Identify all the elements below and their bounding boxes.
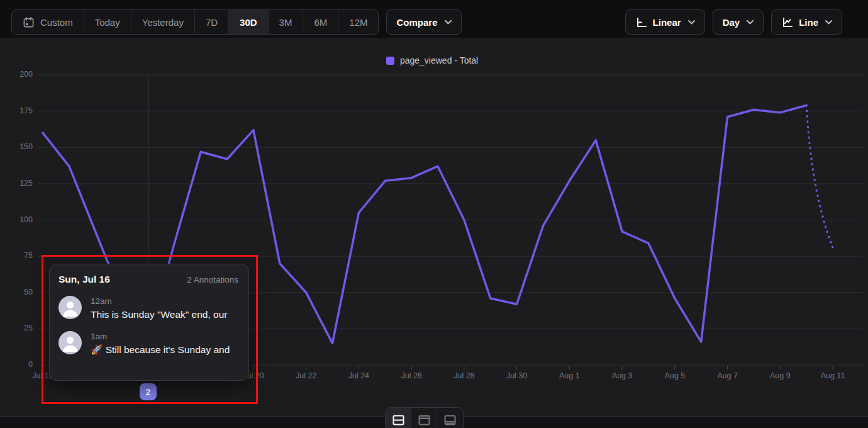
legend-label: page_viewed - Total — [400, 55, 478, 65]
annotation-marker-badge[interactable]: 2 — [140, 383, 157, 400]
x-axis-tick-label: Jul 28 — [453, 371, 474, 380]
y-axis-tick-label: 25 — [6, 324, 33, 332]
layout-option-split-view[interactable] — [386, 408, 411, 428]
y-axis-tick-label: 0 — [6, 360, 33, 369]
annotation-time: 1am — [91, 332, 238, 341]
annotation-tooltip-header: Sun, Jul 16 2 Annotations — [58, 274, 238, 285]
date-range-3m[interactable]: 3M — [269, 10, 304, 34]
chevron-down-icon — [825, 20, 832, 25]
y-axis-tick-label: 175 — [6, 106, 33, 115]
y-axis-tick-label: 150 — [6, 142, 33, 151]
date-range-label: Today — [95, 17, 120, 28]
legend-swatch — [386, 57, 394, 65]
annotation-tooltip: Sun, Jul 16 2 Annotations 12amThis is Su… — [49, 264, 249, 381]
annotation-entry-body: 12amThis is Sunday "Weak" end, our — [91, 296, 238, 320]
annotation-count: 2 Annotations — [187, 275, 238, 284]
layout-option-panel-bottom[interactable] — [437, 408, 463, 428]
scale-dropdown[interactable]: Linear — [625, 9, 705, 35]
x-axis-tick-label: Aug 11 — [821, 371, 845, 380]
interval-dropdown[interactable]: Day — [713, 9, 764, 35]
annotation-time: 12am — [91, 296, 238, 306]
x-axis-tick-label: Jul 26 — [401, 371, 421, 380]
chart-type-dropdown[interactable]: Line — [771, 9, 842, 35]
annotation-entry-body: 1am🚀 Still because it's Sunday and — [91, 331, 238, 356]
x-axis-tick-label: Aug 7 — [717, 371, 738, 380]
date-range-label: 12M — [349, 17, 367, 28]
chart-type-label: Line — [799, 17, 818, 28]
line-chart-icon — [781, 16, 793, 28]
annotation-entry[interactable]: 1am🚀 Still because it's Sunday and — [58, 331, 238, 356]
user-avatar-icon — [58, 296, 82, 319]
chevron-down-icon — [688, 20, 695, 25]
annotation-text: This is Sunday "Weak" end, our — [91, 309, 238, 320]
annotation-entry[interactable]: 12amThis is Sunday "Weak" end, our — [58, 296, 238, 320]
x-axis-tick-label: Jul 30 — [506, 371, 527, 380]
date-range-today[interactable]: Today — [84, 10, 131, 34]
y-axis-tick-label: 100 — [6, 215, 33, 224]
compare-button[interactable]: Compare — [386, 9, 461, 35]
date-range-custom[interactable]: Custom — [12, 10, 84, 34]
date-range-yesterday[interactable]: Yesterday — [131, 10, 195, 34]
scale-label: Linear — [653, 17, 681, 28]
layout-toggle-group — [385, 407, 464, 428]
chart-controls: Linear Day Line — [625, 9, 842, 35]
interval-label: Day — [723, 17, 740, 28]
annotation-text: 🚀 Still because it's Sunday and — [91, 344, 238, 356]
date-range-label: 30D — [240, 17, 257, 28]
layout-option-panel-top[interactable] — [411, 408, 437, 428]
split-view-icon — [392, 415, 404, 425]
date-range-label: 3M — [279, 17, 292, 28]
user-avatar-icon — [58, 331, 82, 354]
annotation-date: Sun, Jul 16 — [58, 274, 110, 285]
linear-scale-icon — [635, 16, 647, 28]
y-axis-tick-label: 125 — [6, 179, 33, 188]
date-range-group: CustomTodayYesterday7D30D3M6M12M — [11, 9, 379, 35]
date-range-7d[interactable]: 7D — [195, 10, 229, 34]
y-axis-tick-label: 75 — [6, 251, 33, 260]
date-range-label: 7D — [206, 17, 218, 28]
chart-legend[interactable]: page_viewed - Total — [386, 55, 478, 65]
x-axis-tick-label: Aug 1 — [559, 371, 580, 380]
date-range-12m[interactable]: 12M — [338, 10, 378, 34]
calendar-icon — [23, 16, 35, 28]
chevron-down-icon — [747, 20, 754, 25]
date-range-label: 6M — [314, 17, 327, 28]
date-range-label: Custom — [40, 17, 73, 28]
x-axis-tick-label: Jul 24 — [348, 371, 369, 380]
panel-top-icon — [418, 415, 430, 425]
y-axis-tick-label: 50 — [6, 288, 33, 296]
x-axis-tick-label: Aug 9 — [770, 371, 791, 380]
date-range-30d[interactable]: 30D — [229, 10, 269, 34]
panel-bottom-icon — [444, 415, 456, 425]
chevron-down-icon — [445, 20, 452, 25]
x-axis-tick-label: Aug 3 — [612, 371, 633, 380]
y-axis-tick-label: 200 — [6, 70, 33, 79]
date-range-label: Yesterday — [142, 17, 184, 28]
x-axis-tick-label: Aug 5 — [664, 371, 685, 380]
x-axis-tick-label: Jul 22 — [296, 371, 316, 380]
date-range-6m[interactable]: 6M — [303, 10, 338, 34]
top-toolbar: CustomTodayYesterday7D30D3M6M12M Compare… — [11, 9, 842, 35]
compare-label: Compare — [396, 17, 437, 28]
